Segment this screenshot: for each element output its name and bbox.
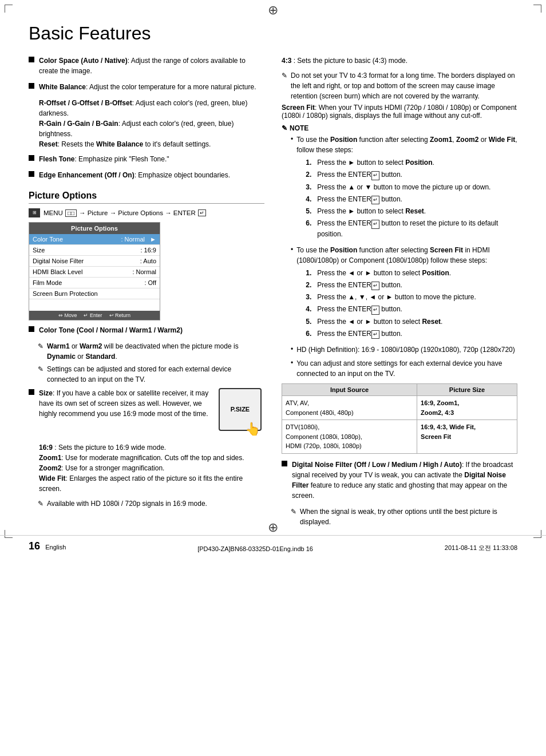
bold-label: Color Space (Auto / Native) [39,57,128,65]
left-column: Color Space (Auto / Native): Adjust the … [29,56,264,529]
note-item-3: • HD (High Definition): 16:9 - 1080i/108… [282,345,517,355]
bold-label: Wide Fit [39,474,66,482]
step-5: 5. Press the ◄ or ► button to select Res… [306,316,517,327]
table-header-source: Input Source [282,384,417,396]
step-num: 1. [306,268,314,278]
po-value: : Auto [140,258,156,264]
corner-mark-tl [5,5,13,13]
step-text: Press the ◄ or ► button to select Positi… [317,268,451,278]
bullet-white-balance-text: White Balance: Adjust the color temperat… [39,82,264,92]
bullet-color-space-text: Color Space (Auto / Native): Adjust the … [39,56,264,76]
step-2: 2. Press the ENTER↵ button. [306,280,517,291]
bold-label: R-Gain / G-Gain / B-Gain [39,120,118,128]
bullet-square [29,171,34,177]
page-bottom: 16 English [PD430-ZA]BN68-03325D-01Eng.i… [0,535,546,552]
step-5: 5. Press the ► button to select Reset. [306,206,517,216]
bullet-square [282,461,287,466]
step-4: 4. Press the ENTER↵ button. [306,304,517,315]
table-row-atv: ATV, AV,Component (480i, 480p) 16:9, Zoo… [282,396,517,420]
pencil-icon2: ✎ [38,364,43,385]
table-cell-size: 16:9, 4:3, Wide Fit,Screen Fit [417,420,517,454]
step-text: Press the ▲ or ▼ button to move the pict… [317,182,490,192]
ratio-note-text: Do not set your TV to 4:3 format for a l… [291,70,517,101]
dnf-sub-note: ✎ When the signal is weak, try other opt… [291,506,517,527]
po-row-hdmi-black: HDMI Black Level : Normal [29,267,160,278]
table-header-size: Picture Size [417,384,517,396]
step-num: 3. [306,182,314,192]
po-footer-enter: ↵ Enter [84,312,102,318]
step-num: 1. [306,157,314,168]
bullet-flesh-tone-text: Flesh Tone: Emphasize pink "Flesh Tone." [39,154,264,164]
bullet-flesh-tone: Flesh Tone: Emphasize pink "Flesh Tone." [29,154,264,164]
screen-fit-block: Screen Fit: When your TV inputs HDMI (72… [282,104,517,120]
bullet-size: P.SIZE 👆 Size: If you have a cable box o… [29,388,264,437]
enter-icon: ↵ [198,209,206,216]
step-text: Press the ENTER↵ button. [317,304,402,315]
bullet-square [29,57,34,62]
bold-label: 4:3 [282,57,291,65]
warm-note: ✎ Warm1 or Warm2 will be deactivated whe… [38,341,264,362]
two-column-layout: Color Space (Auto / Native): Adjust the … [29,56,517,529]
note-item-3-text: HD (High Definition): 16:9 - 1080i/1080p… [296,345,517,355]
menu-arrow: → Picture → Picture Options → ENTER [79,209,196,216]
step-num: 2. [306,280,314,291]
step-num: 5. [306,206,314,216]
po-value: : Normal [132,268,156,275]
note-label: ✎ NOTE [282,124,517,132]
bold-label: Size [39,389,53,397]
step-6: 6. Press the ENTER↵ button to reset the … [306,218,517,239]
footer-file: [PD430-ZA]BN68-03325D-01Eng.indb 16 [197,545,313,552]
step-num: 6. [306,218,314,239]
settings-note-text: Settings can be adjusted and stored for … [47,364,264,385]
page-language: English [45,544,66,551]
size-sub-items: 16:9 : Sets the picture to 16:9 wide mod… [39,442,264,494]
step-text: Press the ► button to select Position. [317,157,434,168]
bullet-edge-enhancement: Edge Enhancement (Off / On): Emphasize o… [29,170,264,180]
bullet-square [29,326,34,332]
bold-label: Screen Fit [282,104,315,112]
psize-label: P.SIZE [231,405,250,414]
bold-label: Zoom2 [39,464,61,472]
table-row-dtv: DTV(1080i),Component (1080i, 1080p),HDMI… [282,420,517,454]
step-num: 4. [306,304,314,315]
note-item-4: • You can adjust and store settings for … [282,358,517,379]
crosshair-top: ⊕ [268,3,278,18]
po-header: Picture Options [29,223,160,234]
step-3: 3. Press the ▲ or ▼ button to move the p… [306,182,517,192]
table-cell-source: DTV(1080i),Component (1080i, 1080p),HDMI… [282,420,417,454]
step-text: Press the ENTER↵ button. [317,280,402,291]
bold-label: R-Offset / G-Offset / B-Offset [39,99,132,107]
bullet-color-tone: Color Tone (Cool / Normal / Warm1 / Warm… [29,325,264,335]
bullet-dot: • [291,345,293,355]
menu-path-text: MENU [43,209,63,216]
po-value: : 16:9 [140,247,156,254]
bold-label: Zoom1 [39,454,61,462]
psize-button-img: P.SIZE 👆 [219,388,264,431]
note-item-1: • To use the Position function after sel… [282,134,517,242]
psize-box: P.SIZE 👆 [219,388,262,431]
step-1: 1. Press the ◄ or ► button to select Pos… [306,268,517,278]
bullet-dnf-text: Digital Noise Filter (Off / Low / Medium… [292,460,517,501]
pencil-icon3: ✎ [38,498,43,509]
step-3: 3. Press the ▲, ▼, ◄ or ► button to move… [306,292,517,302]
bold-label: White Balance [39,83,86,91]
bullet-edge-text: Edge Enhancement (Off / On): Emphasize o… [39,170,264,180]
bullet-dnf: Digital Noise Filter (Off / Low / Medium… [282,460,517,501]
po-row-color-tone: Color Tone : Normal ► [29,234,160,245]
settings-note: ✎ Settings can be adjusted and stored fo… [38,364,264,385]
ratio-note: ✎ Do not set your TV to 4:3 format for a… [282,70,517,101]
step-num: 2. [306,169,314,180]
section-picture-options: Picture Options [29,191,264,204]
step-text: Press the ENTER↵ button. [317,328,402,339]
note-item-4-text: You can adjust and store settings for ea… [296,358,517,379]
po-spacer [29,299,160,311]
note-section: ✎ NOTE • To use the Position function af… [282,124,517,379]
bullet-color-tone-text: Color Tone (Cool / Normal / Warm1 / Warm… [39,325,264,335]
pencil-icon5: ✎ [282,124,287,132]
table-cell-source: ATV, AV,Component (480i, 480p) [282,396,417,420]
step-num: 6. [306,328,314,339]
right-column: 4:3 : Sets the picture to basic (4:3) mo… [282,56,517,529]
dnf-note-text: When the signal is weak, try other optio… [300,506,517,527]
steps-list-2: 1. Press the ◄ or ► button to select Pos… [306,268,517,339]
po-value: : Off [144,279,156,286]
